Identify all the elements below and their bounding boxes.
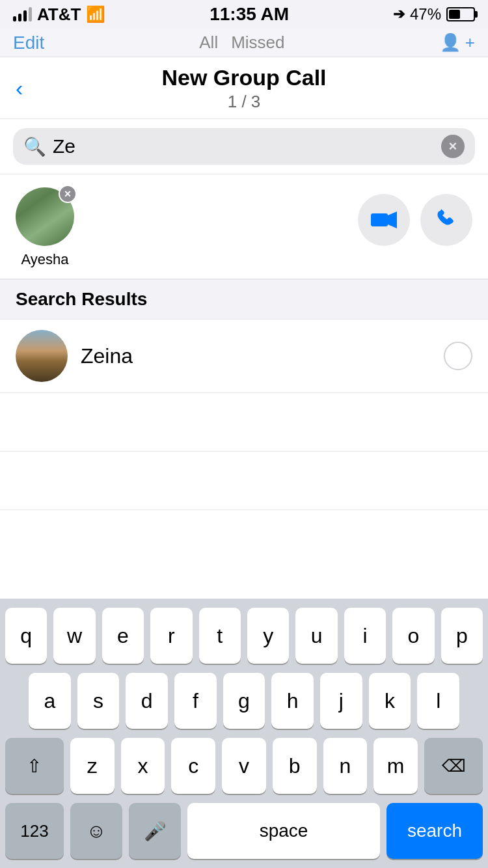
key-k[interactable]: k [369,673,411,729]
nav-title: New Group Call [20,65,468,90]
selected-contact-ayesha: × Ayesha [16,187,74,268]
key-r[interactable]: r [150,608,192,664]
wifi-icon: 📶 [86,5,105,23]
key-i[interactable]: i [344,608,386,664]
nav-subtitle: 1 / 3 [20,92,468,112]
key-c[interactable]: c [171,738,215,794]
add-call-button[interactable]: 👤 + [440,33,475,53]
location-icon: ➔ [393,6,405,23]
tab-missed[interactable]: Missed [231,33,284,53]
key-o[interactable]: o [392,608,434,664]
key-z[interactable]: z [70,738,115,794]
time-label: 11:35 AM [210,4,289,25]
search-results-label: Search Results [16,289,147,309]
key-a[interactable]: a [29,673,71,729]
key-d[interactable]: d [126,673,168,729]
key-x[interactable]: x [121,738,165,794]
nav-behind-bar: Edit All Missed 👤 + [0,29,488,57]
svg-marker-1 [388,211,397,228]
person-icon: 👤 [440,33,461,52]
status-bar: AT&T 📶 11:35 AM ➔ 47% [0,0,488,29]
main-nav: ‹ New Group Call 1 / 3 [0,57,488,119]
battery-percent: 47% [410,5,441,23]
call-buttons [358,187,472,246]
search-container: 🔍 Ze × [0,119,488,174]
keyboard-row-2: a s d f g h j k l [5,673,483,729]
edit-button[interactable]: Edit [13,33,44,53]
search-clear-button[interactable]: × [441,135,465,158]
svg-rect-0 [371,213,388,226]
contact-list: Zeina [0,319,488,510]
delete-key[interactable]: ⌫ [424,738,483,794]
keyboard: q w e r t y u i o p a s d f g h j k l ⇧ … [0,599,488,868]
keyboard-row-1: q w e r t y u i o p [5,608,483,664]
contact-item-zeina[interactable]: Zeina [0,319,488,393]
search-key[interactable]: search [386,803,483,859]
key-p[interactable]: p [441,608,483,664]
tab-all[interactable]: All [199,33,218,53]
ayesha-label: Ayesha [21,251,69,268]
key-v[interactable]: v [222,738,266,794]
back-button[interactable]: ‹ [16,77,23,99]
battery-fill [449,10,460,19]
video-camera-icon [371,210,397,230]
search-bar[interactable]: 🔍 Ze × [13,128,475,165]
numbers-key[interactable]: 123 [5,803,64,859]
emoji-key[interactable]: ☺ [70,803,122,859]
phone-icon [435,208,458,232]
empty-row-2 [0,452,488,510]
audio-call-button[interactable] [420,194,472,246]
video-call-button[interactable] [358,194,410,246]
key-n[interactable]: n [323,738,368,794]
search-results-header: Search Results [0,279,488,319]
avatar-wrap-ayesha: × [16,187,74,246]
key-w[interactable]: w [53,608,95,664]
key-b[interactable]: b [273,738,317,794]
keyboard-row-4: 123 ☺ 🎤 space search [5,803,483,859]
key-f[interactable]: f [174,673,217,729]
search-input[interactable]: Ze [53,135,435,157]
signal-bars-icon [13,7,32,21]
status-bar-right: ➔ 47% [393,5,475,23]
mic-key[interactable]: 🎤 [129,803,181,859]
key-u[interactable]: u [295,608,337,664]
selected-contacts-row: × Ayesha [0,174,488,279]
key-l[interactable]: l [417,673,459,729]
key-y[interactable]: y [247,608,289,664]
shift-key[interactable]: ⇧ [5,738,64,794]
key-g[interactable]: g [223,673,265,729]
space-key[interactable]: space [187,803,380,859]
carrier-label: AT&T [37,5,81,25]
key-m[interactable]: m [373,738,418,794]
key-q[interactable]: q [5,608,47,664]
search-icon: 🔍 [23,136,46,157]
key-h[interactable]: h [271,673,314,729]
empty-row-1 [0,393,488,452]
remove-ayesha-button[interactable]: × [59,185,77,203]
call-tabs: All Missed [199,33,284,53]
keyboard-row-3: ⇧ z x c v b n m ⌫ [5,738,483,794]
contact-select-zeina[interactable] [444,342,472,370]
battery-icon [446,7,475,21]
add-icon: + [465,33,475,52]
key-t[interactable]: t [199,608,241,664]
key-s[interactable]: s [77,673,120,729]
key-j[interactable]: j [320,673,362,729]
status-bar-left: AT&T 📶 [13,5,105,25]
avatar-zeina [16,330,68,382]
contact-name-zeina: Zeina [81,344,431,368]
key-e[interactable]: e [102,608,144,664]
